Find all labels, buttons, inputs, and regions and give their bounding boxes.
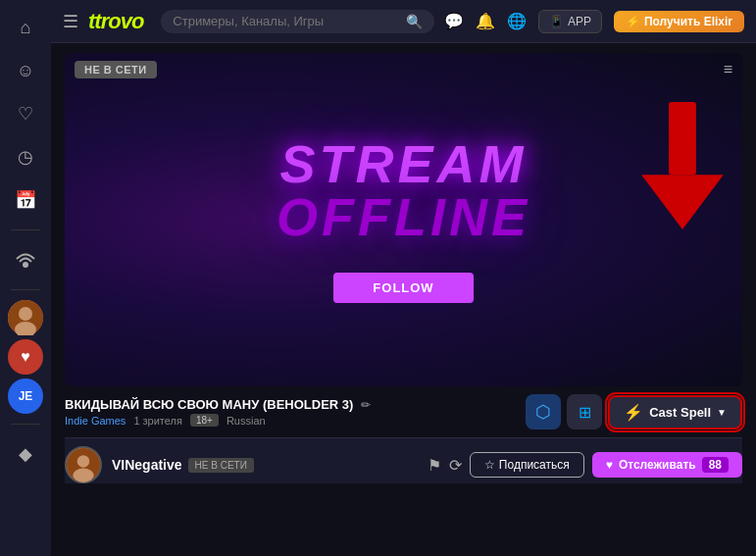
app-button[interactable]: 📱 APP <box>538 10 602 33</box>
offline-label: OFFLINE <box>277 190 530 243</box>
edit-icon[interactable]: ✏ <box>361 398 371 412</box>
svg-point-0 <box>23 262 28 268</box>
channel-name-wrap: VINegative НЕ В СЕТИ <box>112 457 254 473</box>
svg-rect-4 <box>669 102 696 175</box>
channel-avatar <box>65 446 102 483</box>
user-avatar-1[interactable] <box>8 300 43 335</box>
elixir-button[interactable]: ⚡ Получить Elixir <box>614 11 744 32</box>
globe-icon[interactable]: 🌐 <box>507 12 527 30</box>
arrow-annotation <box>638 102 727 233</box>
channel-row: VINegative НЕ В СЕТИ ⚑ ⟳ ☆ Подписаться ♥… <box>65 437 742 483</box>
main-area: ☰ ttrovo 🔍 💬 🔔 🌐 📱 APP ⚡ Получить Elixir <box>51 0 756 556</box>
windows-icon-button[interactable]: ⊞ <box>567 394 602 430</box>
stream-actions: ⬡ ⊞ ⚡ Cast Spell ▼ <box>526 394 742 430</box>
history-icon[interactable]: ◷ <box>6 137 45 177</box>
user-avatar-blue[interactable]: JE <box>8 379 43 414</box>
flag-button[interactable]: ⚑ <box>428 456 441 475</box>
svg-point-2 <box>19 307 32 321</box>
nav-icons: 💬 🔔 🌐 📱 APP ⚡ Получить Elixir <box>444 10 744 33</box>
sidebar-divider <box>11 229 40 230</box>
heart-icon[interactable]: ♡ <box>6 94 45 133</box>
sidebar-divider-2 <box>11 289 40 290</box>
bell-icon[interactable]: 🔔 <box>476 12 495 30</box>
heart-follow-icon: ♥ <box>606 458 613 472</box>
logo: ttrovo <box>88 9 143 34</box>
spell-icon: ⚡ <box>624 403 643 422</box>
cube-icon: ⬡ <box>535 401 551 423</box>
svg-point-8 <box>73 469 93 482</box>
windows-icon: ⊞ <box>579 403 591 422</box>
face-icon[interactable]: ☺ <box>6 51 45 90</box>
share-button[interactable]: ⟳ <box>449 456 462 475</box>
stream-label: STREAM <box>277 137 530 190</box>
follow-button[interactable]: FOLLOW <box>333 273 473 303</box>
stream-offline-background: STREAM OFFLINE FOLLOW <box>65 53 742 386</box>
diamond-icon[interactable]: ◆ <box>6 434 45 474</box>
channel-name: VINegative <box>112 457 182 473</box>
broadcast-icon[interactable] <box>6 240 45 279</box>
genre-tag[interactable]: Indie Games <box>65 415 126 427</box>
search-icon[interactable]: 🔍 <box>406 14 423 29</box>
calendar-icon[interactable]: 📅 <box>6 180 45 220</box>
channel-info: VINegative НЕ В СЕТИ <box>112 457 254 473</box>
star-icon: ☆ <box>484 458 495 472</box>
follow-track-button[interactable]: ♥ Отслеживать 88 <box>592 452 742 478</box>
viewer-count: 1 зрителя <box>133 415 182 427</box>
content-area: НЕ В СЕТИ ≡ STREAM OFFLINE FOLLOW <box>51 43 756 556</box>
search-bar[interactable]: 🔍 <box>161 10 434 33</box>
stream-meta: Indie Games 1 зрителя 18+ Russian <box>65 414 371 427</box>
age-rating: 18+ <box>190 414 219 427</box>
svg-point-7 <box>77 455 90 468</box>
chevron-down-icon: ▼ <box>717 407 727 418</box>
stream-title: ВКИДЫВАЙ ВСЮ СВОЮ МАНУ (BEHOLDER 3) <box>65 397 353 412</box>
sidebar-divider-3 <box>11 424 40 425</box>
search-input[interactable] <box>173 14 400 28</box>
stream-offline-text: STREAM OFFLINE <box>277 137 530 243</box>
video-player: НЕ В СЕТИ ≡ STREAM OFFLINE FOLLOW <box>65 53 742 386</box>
follow-count: 88 <box>702 457 729 473</box>
video-menu-button[interactable]: ≡ <box>724 61 732 78</box>
stream-info-block: ВКИДЫВАЙ ВСЮ СВОЮ МАНУ (BEHOLDER 3) ✏ In… <box>65 397 371 427</box>
cast-spell-button[interactable]: ⚡ Cast Spell ▼ <box>608 395 742 430</box>
offline-badge: НЕ В СЕТИ <box>75 61 157 78</box>
message-icon[interactable]: 💬 <box>444 12 464 30</box>
lightning-icon: ⚡ <box>626 15 640 28</box>
game-icon-button[interactable]: ⬡ <box>526 394 561 430</box>
topnav: ☰ ttrovo 🔍 💬 🔔 🌐 📱 APP ⚡ Получить Elixir <box>51 0 756 43</box>
stream-info-row: ВКИДЫВАЙ ВСЮ СВОЮ МАНУ (BEHOLDER 3) ✏ In… <box>65 394 742 430</box>
menu-button[interactable]: ☰ <box>63 11 78 32</box>
channel-actions: ⚑ ⟳ ☆ Подписаться ♥ Отслеживать 88 <box>428 452 742 478</box>
user-avatar-heart[interactable]: ♥ <box>8 339 43 375</box>
sidebar: ⌂ ☺ ♡ ◷ 📅 ♥ JE ◆ <box>0 0 51 556</box>
channel-offline-badge: НЕ В СЕТИ <box>188 458 254 473</box>
phone-icon: 📱 <box>549 15 564 28</box>
svg-marker-5 <box>641 175 724 229</box>
subscribe-button[interactable]: ☆ Подписаться <box>470 452 584 478</box>
home-icon[interactable]: ⌂ <box>6 8 45 47</box>
language: Russian <box>227 415 266 427</box>
